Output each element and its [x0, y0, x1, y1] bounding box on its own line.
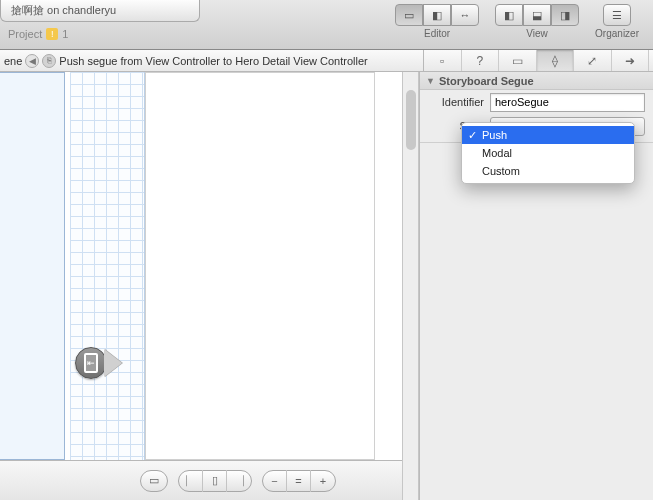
segue-push-icon: ⇤ [75, 347, 107, 379]
editor-area: ⇤ ▭ ⎸ ▯ ⎹ − = + [0, 72, 419, 500]
segue-arrow-icon [104, 349, 122, 377]
editor-group-label: Editor [424, 28, 450, 39]
identifier-row: Identifier [420, 90, 653, 114]
tab-title: 搶啊搶 on chandleryu [11, 3, 116, 18]
jump-bar: ene ◀ ⎘ Push segue from View Controller … [0, 50, 653, 72]
document-outline-toggle[interactable]: ▭ [140, 470, 168, 492]
editor-mode-group: ▭ ◧ ↔ Editor [395, 4, 479, 39]
quickhelp-inspector-tab[interactable]: ? [462, 50, 500, 71]
identifier-input[interactable] [490, 93, 645, 112]
canvas-grid [70, 72, 145, 460]
connections-inspector-tab[interactable]: ➜ [612, 50, 650, 71]
warning-count: 1 [62, 28, 68, 40]
identifier-label: Identifier [420, 96, 490, 108]
editor-assistant-button[interactable]: ◧ [423, 4, 451, 26]
segue-node[interactable]: ⇤ [75, 347, 122, 379]
file-inspector-tab[interactable]: ▫ [424, 50, 462, 71]
organizer-group: ☰ Organizer [595, 4, 639, 39]
segue-icon: ⎘ [42, 54, 56, 68]
scene-view-controller[interactable] [0, 72, 65, 460]
disclosure-triangle-icon[interactable]: ▼ [426, 76, 435, 86]
style-option-push[interactable]: Push [462, 126, 634, 144]
vertical-scrollbar[interactable] [403, 72, 419, 500]
project-status: Project ! 1 [8, 28, 68, 40]
align-right-button[interactable]: ⎹ [227, 470, 251, 492]
zoom-controls: − = + [262, 470, 336, 492]
zoom-fit-button[interactable]: = [287, 470, 311, 492]
view-group: ◧ ⬓ ◨ View [495, 4, 579, 39]
storyboard-canvas[interactable]: ⇤ ▭ ⎸ ▯ ⎹ − = + [0, 72, 403, 500]
view-navigator-button[interactable]: ◧ [495, 4, 523, 26]
editor-version-button[interactable]: ↔ [451, 4, 479, 26]
view-utilities-button[interactable]: ◨ [551, 4, 579, 26]
section-title: Storyboard Segue [439, 75, 534, 87]
style-option-modal[interactable]: Modal [462, 144, 634, 162]
canvas-toolbar: ▭ ⎸ ▯ ⎹ − = + [0, 460, 403, 500]
zoom-out-button[interactable]: − [263, 470, 287, 492]
view-debug-button[interactable]: ⬓ [523, 4, 551, 26]
attributes-inspector-tab[interactable]: ⟠ [537, 50, 575, 71]
window-tab[interactable]: 搶啊搶 on chandleryu [0, 0, 200, 22]
align-center-button[interactable]: ▯ [203, 470, 227, 492]
scene-detail-controller[interactable] [145, 72, 375, 460]
organizer-button[interactable]: ☰ [603, 4, 631, 26]
size-inspector-tab[interactable]: ⤢ [574, 50, 612, 71]
path-segue[interactable]: Push segue from View Controller to Hero … [59, 55, 367, 67]
scrollbar-thumb[interactable] [406, 90, 416, 150]
identity-inspector-tab[interactable]: ▭ [499, 50, 537, 71]
zoom-in-button[interactable]: + [311, 470, 335, 492]
style-option-custom[interactable]: Custom [462, 162, 634, 180]
section-header[interactable]: ▼ Storyboard Segue [420, 72, 653, 90]
path-fragment[interactable]: ene [4, 55, 22, 67]
align-controls: ⎸ ▯ ⎹ [178, 470, 252, 492]
history-back-icon[interactable]: ◀ [25, 54, 39, 68]
view-group-label: View [526, 28, 548, 39]
organizer-group-label: Organizer [595, 28, 639, 39]
style-dropdown-menu: Push Modal Custom [461, 122, 635, 184]
align-left-button[interactable]: ⎸ [179, 470, 203, 492]
warning-icon: ! [46, 28, 58, 40]
toolbar: 搶啊搶 on chandleryu Project ! 1 ▭ ◧ ↔ Edit… [0, 0, 653, 50]
inspector-tab-bar: ▫ ? ▭ ⟠ ⤢ ➜ [423, 50, 649, 71]
editor-standard-button[interactable]: ▭ [395, 4, 423, 26]
project-label: Project [8, 28, 42, 40]
